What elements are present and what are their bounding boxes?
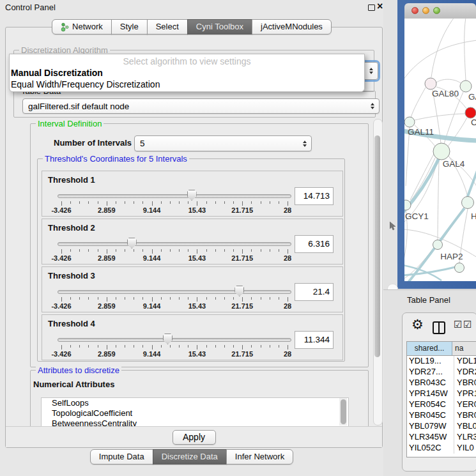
tick-mark [98, 345, 98, 348]
tick-mark [107, 345, 107, 349]
main-panel: Discretization Algorithm Select algorith… [5, 27, 383, 448]
tick-mark [125, 249, 125, 252]
threshold-3-value-field[interactable]: 21.4 [295, 283, 334, 301]
threshold-1-value-field[interactable]: 14.713 [295, 187, 334, 205]
threshold-4-value-field[interactable]: 11.344 [295, 331, 334, 349]
apply-button[interactable]: Apply [173, 430, 216, 445]
column-header-name[interactable]: na [452, 342, 476, 355]
close-panel-icon[interactable]: × [377, 1, 383, 12]
tick-mark [270, 201, 270, 204]
minimize-light-icon[interactable] [422, 7, 429, 14]
tick-mark [261, 297, 261, 300]
network-canvas[interactable]: GAL80GACGAL11GAL4GCY1HHAP2 [404, 19, 476, 281]
tab-select[interactable]: Select [147, 19, 188, 35]
tick-mark [79, 297, 80, 300]
tick-mark [70, 249, 71, 252]
table-row[interactable]: YDL19...YDL1 [407, 356, 476, 367]
scrollbar-thumb[interactable] [341, 399, 346, 424]
tab-label: Network [72, 20, 103, 34]
table-row[interactable]: YER054CYER0 [407, 399, 476, 410]
network-node[interactable] [455, 263, 464, 273]
table-row[interactable]: YDR27...YDR2 [407, 367, 476, 378]
network-node-gal11[interactable] [404, 117, 415, 127]
tick-label: 21.715 [231, 302, 253, 310]
close-light-icon[interactable] [411, 7, 418, 14]
columns-icon[interactable] [433, 321, 445, 334]
checkbox-icon[interactable]: ☑ [463, 319, 472, 330]
tick-mark [288, 345, 288, 349]
cell-shared-name: YDR27... [407, 367, 454, 378]
tick-mark [107, 249, 107, 254]
slider-track [58, 290, 291, 294]
algorithm-option-equal-width-frequency-discretization[interactable]: Equal Width/Frequency Discretization [10, 79, 364, 90]
tick-mark [179, 249, 180, 252]
slider-thumb[interactable] [187, 190, 197, 201]
tick-mark [270, 249, 270, 252]
slider-track [58, 242, 291, 246]
threshold-2-slider[interactable]: -3.4262.8599.14415.4321.71528 [58, 237, 291, 263]
tab-style[interactable]: Style [111, 19, 148, 35]
float-panel-icon[interactable] [368, 4, 375, 11]
tick-mark [142, 345, 143, 348]
tick-label: 2.859 [98, 302, 116, 310]
tick-mark [279, 201, 279, 204]
threshold-1-slider[interactable]: -3.4262.8599.14415.4321.71528 [58, 189, 291, 215]
threshold-1-panel: Threshold 1-3.4262.8599.14415.4321.71528… [42, 171, 343, 217]
table-row[interactable]: YBR045CYBR0 [407, 410, 476, 421]
attribute-item-topologicalcoefficient[interactable]: TopologicalCoefficient [42, 408, 348, 418]
cell-shared-name: YLR345W [407, 432, 454, 443]
panel-vertical-scrollbar[interactable] [373, 119, 383, 426]
num-intervals-combobox[interactable]: 5 [134, 135, 312, 151]
tick-label: 15.43 [188, 350, 206, 358]
table-row[interactable]: YBR043CYBR0 [407, 378, 476, 388]
threshold-2-value-field[interactable]: 6.316 [295, 235, 334, 253]
slider-thumb[interactable] [127, 238, 137, 249]
scrollbar-thumb[interactable] [374, 135, 380, 357]
network-node-gal4[interactable] [433, 143, 450, 160]
network-node-ga[interactable] [460, 81, 472, 92]
network-node-hap2[interactable] [433, 240, 443, 250]
tick-label: 28 [284, 302, 291, 310]
table-data-combobox[interactable]: galFiltered.sif default node [22, 98, 380, 114]
tick-mark [152, 201, 153, 206]
tick-mark [161, 297, 162, 300]
attribute-item-selfloops[interactable]: SelfLoops [42, 398, 348, 408]
bottom-tab-infer-network[interactable]: Infer Network [226, 449, 293, 464]
table-row[interactable]: YBL079WYBL0 [407, 421, 476, 432]
network-node-h[interactable] [462, 197, 474, 209]
tick-mark [142, 201, 143, 204]
bottom-tab-discretize-data[interactable]: Discretize Data [153, 449, 227, 464]
tab-jactivemnodules[interactable]: jActiveMNodules [252, 19, 332, 35]
zoom-light-icon[interactable] [433, 7, 440, 14]
threshold-4-slider[interactable]: -3.4262.8599.14415.4321.71528 [58, 333, 291, 358]
network-node-gal80[interactable] [425, 78, 436, 89]
tick-mark [251, 297, 252, 300]
attributes-list-scrollbar[interactable] [339, 398, 347, 426]
column-header-shared[interactable]: shared... [407, 342, 452, 355]
tick-mark [161, 345, 162, 348]
cell-name: YBR0 [454, 410, 476, 421]
slider-thumb[interactable] [234, 286, 244, 296]
table-row[interactable]: YLR345WYLR3 [407, 432, 476, 443]
checkbox-icon[interactable]: ☑ [454, 319, 462, 330]
slider-thumb[interactable] [163, 334, 173, 344]
table-row[interactable]: YPR145WYPR1 [407, 388, 476, 399]
slider-ticks [61, 345, 288, 350]
tab-network[interactable]: Network [52, 19, 112, 35]
cell-name: YBL0 [454, 421, 476, 432]
tick-label: -3.426 [51, 350, 71, 358]
tab-cyni-toolbox[interactable]: Cyni Toolbox [187, 19, 252, 35]
tick-mark [125, 297, 125, 300]
network-svg: GAL80GACGAL11GAL4GCY1HHAP2 [404, 19, 476, 281]
gear-icon[interactable]: ⚙ [411, 317, 424, 332]
numerical-attributes-list[interactable]: SelfLoopsTopologicalCoefficientBetweenne… [41, 397, 349, 427]
tick-mark [224, 201, 225, 204]
cell-shared-name: YER054C [407, 399, 454, 410]
network-node-c[interactable] [465, 107, 476, 118]
bottom-tab-impute-data[interactable]: Impute Data [90, 449, 153, 464]
table-panel: ⚙ ☑ ☑ shared... na YDL19...YDL1YDR27...Y… [402, 312, 476, 472]
algorithm-option-manual-discretization[interactable]: Manual Discretization [10, 67, 364, 79]
table-row[interactable]: YIL052CYIL0 [407, 443, 476, 454]
threshold-3-slider[interactable]: -3.4262.8599.14415.4321.71528 [58, 285, 291, 311]
tab-label: Select [156, 20, 179, 34]
